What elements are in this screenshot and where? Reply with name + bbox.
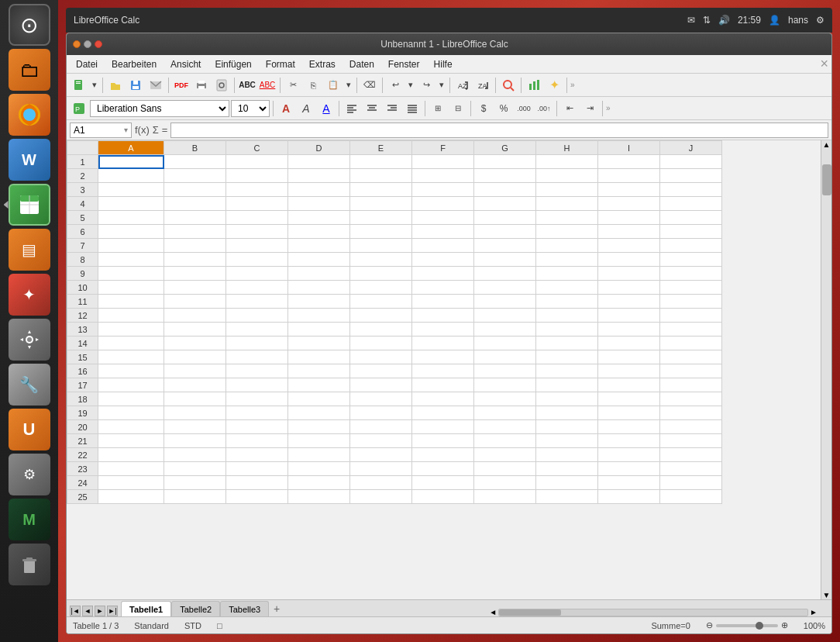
cell-E15[interactable] <box>350 350 412 364</box>
cell-H22[interactable] <box>536 448 598 462</box>
cell-J10[interactable] <box>660 281 722 295</box>
cell-C4[interactable] <box>226 197 288 211</box>
menu-daten[interactable]: Daten <box>343 57 380 71</box>
menu-close-icon[interactable]: × <box>820 56 828 72</box>
fmt-justify-btn[interactable] <box>403 99 422 118</box>
cell-C2[interactable] <box>226 169 288 183</box>
cell-B1[interactable] <box>164 155 226 169</box>
cell-F15[interactable] <box>412 350 474 364</box>
cell-I16[interactable] <box>598 364 660 378</box>
cell-B16[interactable] <box>164 364 226 378</box>
mvn-icon[interactable]: M <box>9 499 50 540</box>
cell-G2[interactable] <box>474 169 536 183</box>
tb-new-btn[interactable] <box>70 76 88 95</box>
formula-input[interactable] <box>170 123 828 138</box>
cell-J8[interactable] <box>660 253 722 267</box>
cell-J4[interactable] <box>660 197 722 211</box>
row-header-12[interactable]: 12 <box>67 309 98 323</box>
tb-eraser-btn[interactable]: ⌫ <box>360 76 379 95</box>
cell-C8[interactable] <box>226 253 288 267</box>
cell-G6[interactable] <box>474 225 536 239</box>
cell-J19[interactable] <box>660 406 722 420</box>
cell-H21[interactable] <box>536 434 598 448</box>
tb-copy-btn[interactable]: ⎘ <box>304 76 322 95</box>
cell-J13[interactable] <box>660 323 722 337</box>
cell-D8[interactable] <box>288 253 350 267</box>
cell-C20[interactable] <box>226 420 288 434</box>
cell-G4[interactable] <box>474 197 536 211</box>
cell-J25[interactable] <box>660 490 722 504</box>
tab-last-btn[interactable]: ►| <box>107 606 118 616</box>
sheet-tab-tabelle3[interactable]: Tabelle3 <box>220 601 269 616</box>
cell-J14[interactable] <box>660 337 722 350</box>
cell-C16[interactable] <box>226 364 288 378</box>
fmt-align-center-btn[interactable] <box>363 99 381 118</box>
row-header-8[interactable]: 8 <box>67 253 98 267</box>
cell-F21[interactable] <box>412 434 474 448</box>
fmt-merge-btn[interactable]: ⊞ <box>429 99 447 118</box>
cell-D4[interactable] <box>288 197 350 211</box>
cell-C11[interactable] <box>226 295 288 309</box>
tb-spell-btn[interactable]: ABC <box>238 76 256 95</box>
cell-E7[interactable] <box>350 239 412 253</box>
col-header-J[interactable]: J <box>660 141 722 155</box>
menu-datei[interactable]: Datei <box>70 57 104 71</box>
cell-B14[interactable] <box>164 337 226 350</box>
cell-I21[interactable] <box>598 434 660 448</box>
cell-G15[interactable] <box>474 350 536 364</box>
maximize-button[interactable] <box>84 40 91 48</box>
cell-G10[interactable] <box>474 281 536 295</box>
sheet-tab-tabelle2[interactable]: Tabelle2 <box>171 601 220 616</box>
cell-J2[interactable] <box>660 169 722 183</box>
cell-B21[interactable] <box>164 434 226 448</box>
cell-F2[interactable] <box>412 169 474 183</box>
cell-C14[interactable] <box>226 337 288 350</box>
cell-C10[interactable] <box>226 281 288 295</box>
col-header-I[interactable]: I <box>598 141 660 155</box>
cell-E23[interactable] <box>350 462 412 476</box>
cell-I1[interactable] <box>598 155 660 169</box>
cell-C9[interactable] <box>226 267 288 281</box>
cell-H7[interactable] <box>536 239 598 253</box>
row-header-25[interactable]: 25 <box>67 490 98 504</box>
cell-J1[interactable] <box>660 155 722 169</box>
cell-J15[interactable] <box>660 350 722 364</box>
cell-I14[interactable] <box>598 337 660 350</box>
cell-F17[interactable] <box>412 378 474 392</box>
cell-G9[interactable] <box>474 267 536 281</box>
ubuntu-one-icon[interactable]: U <box>9 409 50 450</box>
cell-C22[interactable] <box>226 448 288 462</box>
cell-B12[interactable] <box>164 309 226 323</box>
cell-H14[interactable] <box>536 337 598 350</box>
cell-G19[interactable] <box>474 406 536 420</box>
cell-F7[interactable] <box>412 239 474 253</box>
cell-G18[interactable] <box>474 392 536 406</box>
cell-E17[interactable] <box>350 378 412 392</box>
cell-H3[interactable] <box>536 183 598 197</box>
cell-B13[interactable] <box>164 323 226 337</box>
fmt-italic-btn[interactable]: A <box>297 99 315 118</box>
cell-A8[interactable] <box>98 253 164 267</box>
cell-I8[interactable] <box>598 253 660 267</box>
grid-wrapper[interactable]: A B C D E F G H I J <box>67 140 821 599</box>
cell-E25[interactable] <box>350 490 412 504</box>
row-header-5[interactable]: 5 <box>67 211 98 225</box>
cell-I6[interactable] <box>598 225 660 239</box>
menu-hilfe[interactable]: Hilfe <box>428 57 459 71</box>
cell-C21[interactable] <box>226 434 288 448</box>
row-header-7[interactable]: 7 <box>67 239 98 253</box>
cell-I2[interactable] <box>598 169 660 183</box>
menu-ansicht[interactable]: Ansicht <box>164 57 207 71</box>
cell-A22[interactable] <box>98 448 164 462</box>
tb-undo-dropdown[interactable]: ▾ <box>406 76 415 95</box>
col-header-C[interactable]: C <box>226 141 288 155</box>
cell-J18[interactable] <box>660 392 722 406</box>
tb-star-btn[interactable]: ✦ <box>545 76 563 95</box>
fmt-align-left-btn[interactable] <box>343 99 361 118</box>
cell-B19[interactable] <box>164 406 226 420</box>
cell-I11[interactable] <box>598 295 660 309</box>
cell-D6[interactable] <box>288 225 350 239</box>
cell-A15[interactable] <box>98 350 164 364</box>
cell-J9[interactable] <box>660 267 722 281</box>
cell-I12[interactable] <box>598 309 660 323</box>
